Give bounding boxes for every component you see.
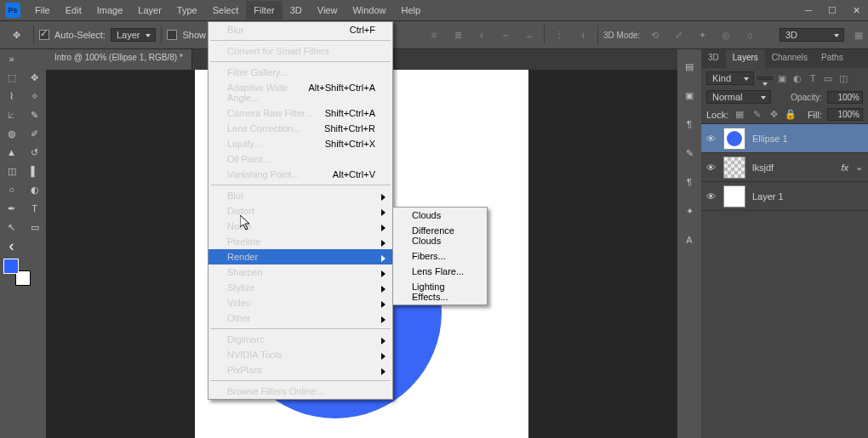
menu-view[interactable]: View	[310, 1, 345, 20]
dodge-tool[interactable]: ◐	[23, 180, 46, 199]
distribute-icon[interactable]: ⫞	[574, 26, 592, 44]
auto-select-dropdown[interactable]: Layer	[111, 28, 157, 42]
panel-tab-channels[interactable]: Channels	[765, 49, 814, 68]
history-icon[interactable]: ▣	[681, 87, 698, 104]
fx-badge[interactable]: fx	[841, 162, 848, 173]
submenu-item[interactable]: Fibers...	[393, 248, 487, 264]
3d-icon[interactable]: ◎	[717, 26, 735, 44]
menu-item[interactable]: Digimarc	[208, 332, 392, 347]
visibility-icon[interactable]: 👁	[706, 162, 717, 173]
3d-icon[interactable]: ⤢	[669, 26, 688, 44]
gradient-tool[interactable]: ▌	[23, 162, 46, 180]
paragraph-icon[interactable]: ¶	[681, 173, 698, 191]
settings-icon[interactable]: ✦	[681, 202, 698, 219]
menu-item[interactable]: Noise	[208, 219, 392, 234]
3d-dropdown[interactable]: 3D	[779, 28, 844, 42]
menu-item[interactable]: Oil Paint...	[208, 151, 392, 167]
align-icon[interactable]: ⫟	[496, 26, 515, 44]
menu-file[interactable]: File	[27, 1, 58, 20]
menu-item[interactable]: Stylize	[208, 280, 392, 295]
close-button[interactable]: ✕	[844, 3, 868, 18]
layer-row[interactable]: 👁Layer 1	[701, 182, 868, 211]
move-tool[interactable]: ✥	[23, 68, 46, 87]
align-icon[interactable]: ⫠	[520, 26, 539, 44]
align-icon[interactable]: ≡	[425, 26, 443, 44]
auto-select-checkbox[interactable]	[39, 30, 49, 40]
menu-item[interactable]: Pixelate	[208, 234, 392, 249]
menu-item[interactable]: Adaptive Wide Angle...Alt+Shift+Ctrl+A	[208, 80, 392, 105]
menu-item[interactable]: Liquify...Shift+Ctrl+X	[208, 136, 392, 151]
3d-icon[interactable]: ✦	[693, 26, 711, 44]
minimize-button[interactable]: ─	[797, 3, 820, 18]
panel-tab-layers[interactable]: Layers	[726, 49, 765, 68]
menu-item[interactable]: BlurCtrl+F	[208, 22, 392, 37]
menu-select[interactable]: Select	[205, 1, 247, 20]
stamp-tool[interactable]: ▲	[0, 143, 23, 162]
type-panel-icon[interactable]: A	[681, 231, 698, 248]
align-icon[interactable]: ⫞	[472, 26, 491, 44]
menu-3d[interactable]: 3D	[283, 1, 310, 20]
heal-tool[interactable]: ◍	[0, 124, 23, 143]
menu-item[interactable]: Browse Filters Online...	[208, 384, 392, 399]
menu-item[interactable]: Blur	[208, 188, 392, 203]
lock-position-icon[interactable]: ✥	[768, 109, 779, 121]
show-transform-checkbox[interactable]	[167, 30, 177, 40]
menu-help[interactable]: Help	[394, 1, 429, 20]
menu-filter[interactable]: Filter	[246, 1, 282, 20]
maximize-button[interactable]: ☐	[820, 3, 844, 18]
wand-tool[interactable]: ✧	[23, 87, 46, 105]
submenu-item[interactable]: Difference Clouds	[393, 223, 487, 248]
menu-item[interactable]: Render	[208, 249, 392, 265]
panel-menu-icon[interactable]: ▦	[849, 26, 868, 44]
menu-item[interactable]: Video	[208, 295, 392, 310]
char-icon[interactable]: ¶	[681, 116, 698, 133]
eyedropper-tool[interactable]: ✎	[23, 105, 46, 124]
align-icon[interactable]: ≣	[448, 26, 467, 44]
menu-item[interactable]: Filter Gallery...	[208, 65, 392, 80]
menu-edit[interactable]: Edit	[58, 1, 89, 20]
lock-pixels-icon[interactable]: ▦	[734, 109, 745, 121]
blur-tool[interactable]: ○	[0, 180, 23, 199]
hand-tool[interactable]: ‹	[0, 236, 23, 255]
panel-tab-paths[interactable]: Paths	[814, 49, 850, 68]
3d-icon[interactable]: ⌂	[740, 26, 759, 44]
crop-tool[interactable]: ⟀	[0, 105, 23, 124]
smart-filter-icon[interactable]: ◫	[837, 72, 849, 84]
brush-tool[interactable]: ✐	[23, 124, 46, 143]
pen-tool[interactable]: ✒	[0, 199, 23, 218]
panel-tab-3d[interactable]: 3D	[701, 49, 726, 68]
layer-row[interactable]: 👁Ellipse 1	[701, 124, 868, 153]
shape-filter-icon[interactable]: ▭	[822, 72, 834, 84]
move-tool-icon[interactable]: ✥	[5, 26, 28, 44]
submenu-item[interactable]: Clouds	[393, 208, 487, 223]
menu-window[interactable]: Window	[345, 1, 393, 20]
menu-item[interactable]: Lens Correction...Shift+Ctrl+R	[208, 121, 392, 136]
type-tool[interactable]: T	[23, 199, 46, 218]
menu-item[interactable]: PixPlant	[208, 362, 392, 378]
lock-brush-icon[interactable]: ✎	[751, 109, 762, 121]
type-filter-icon[interactable]: T	[807, 72, 819, 84]
kind-dropdown-icon[interactable]	[757, 77, 773, 80]
document-tab[interactable]: Intro @ 100% (Ellipse 1, RGB/8) *	[46, 49, 192, 70]
menu-image[interactable]: Image	[89, 1, 131, 20]
menu-item[interactable]: Distort	[208, 203, 392, 219]
submenu-item[interactable]: Lens Flare...	[393, 264, 487, 279]
3d-icon[interactable]: ⟲	[645, 26, 664, 44]
menu-item[interactable]: Sharpen	[208, 265, 392, 280]
menu-item[interactable]: Camera Raw Filter...Shift+Ctrl+A	[208, 105, 392, 121]
submenu-item[interactable]: Lighting Effects...	[393, 279, 487, 304]
filter-kind-dropdown[interactable]: Kind	[706, 71, 754, 85]
eraser-tool[interactable]: ◫	[0, 162, 23, 180]
swatch-icon[interactable]: ▤	[681, 58, 698, 75]
visibility-icon[interactable]: 👁	[706, 191, 717, 202]
color-swatches[interactable]	[3, 259, 32, 287]
lasso-tool[interactable]: ⌇	[0, 87, 23, 105]
menu-layer[interactable]: Layer	[130, 1, 169, 20]
adjust-filter-icon[interactable]: ◐	[791, 72, 803, 84]
fill-field[interactable]: 100%	[827, 108, 863, 121]
menu-type[interactable]: Type	[169, 1, 205, 20]
chevron-icon[interactable]: »	[0, 49, 23, 68]
menu-item[interactable]: NVIDIA Tools	[208, 347, 392, 362]
marquee-tool[interactable]: ⬚	[0, 68, 23, 87]
lock-all-icon[interactable]: 🔒	[785, 109, 797, 121]
